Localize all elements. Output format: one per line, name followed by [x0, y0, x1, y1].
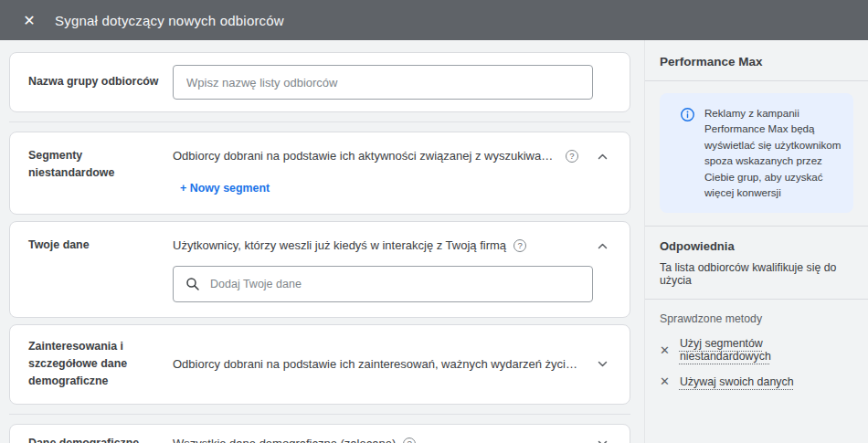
- method-use-custom-segments[interactable]: ✕ Użyj segmentów niestandardowych: [660, 337, 853, 363]
- help-icon[interactable]: ?: [566, 150, 578, 163]
- info-icon: [680, 107, 695, 126]
- section-divider: [9, 121, 630, 122]
- help-icon[interactable]: ?: [513, 239, 526, 252]
- audience-name-input[interactable]: [173, 65, 593, 100]
- custom-segments-label: Segmenty niestandardowe: [28, 147, 164, 182]
- custom-segments-description: Odbiorcy dobrani na podstawie ich aktywn…: [173, 148, 556, 164]
- section-divider: [9, 414, 630, 415]
- chevron-up-icon[interactable]: [593, 147, 611, 165]
- your-data-search-input[interactable]: [210, 278, 581, 290]
- method-use-your-data[interactable]: ✕ Używaj swoich danych: [660, 374, 853, 388]
- card-your-data: Twoje dane Użytkownicy, którzy weszli ju…: [9, 221, 630, 318]
- method-label[interactable]: Użyj segmentów niestandardowych: [680, 337, 853, 363]
- methods-title: Sprawdzone metody: [660, 300, 853, 325]
- card-interests-demographics: Zainteresowania i szczegółowe dane demog…: [9, 324, 630, 405]
- interests-demographics-label: Zainteresowania i szczegółowe dane demog…: [28, 338, 164, 391]
- method-label[interactable]: Używaj swoich danych: [680, 375, 794, 388]
- your-data-label: Twoje dane: [28, 237, 164, 254]
- help-icon[interactable]: ?: [403, 438, 416, 443]
- chevron-down-icon[interactable]: [593, 435, 611, 443]
- dismiss-x-icon[interactable]: ✕: [660, 374, 670, 388]
- chevron-down-icon[interactable]: [593, 355, 611, 374]
- sidebar-title: Performance Max: [660, 40, 853, 80]
- info-sidebar: Performance Max Reklamy z kampanii Perfo…: [644, 40, 868, 443]
- interests-demographics-description: Odbiorcy dobrani na podstawie ich zainte…: [173, 356, 578, 373]
- your-data-search[interactable]: [173, 266, 593, 302]
- your-data-description: Użytkownicy, którzy weszli już kiedyś w …: [173, 237, 506, 254]
- info-box-text: Reklamy z kampanii Performance Max będą …: [704, 105, 842, 200]
- search-icon: [185, 276, 201, 292]
- eligibility-title: Odpowiednia: [660, 227, 853, 253]
- card-audience-name: Nazwa grupy odbiorców: [9, 52, 630, 112]
- chevron-up-icon[interactable]: [593, 237, 611, 255]
- new-segment-link[interactable]: + Nowy segment: [180, 182, 270, 195]
- performance-max-info-box: Reklamy z kampanii Performance Max będą …: [660, 93, 853, 213]
- audience-name-label: Nazwa grupy odbiorców: [28, 73, 164, 90]
- card-demographics: Dane demograficzne Wszystkie dane demogr…: [9, 424, 630, 443]
- demographics-description: Wszystkie dane demograficzne (zalecane): [173, 436, 396, 443]
- eligibility-text: Ta lista odbiorców kwalifikuje się do uż…: [660, 253, 853, 299]
- dismiss-x-icon[interactable]: ✕: [660, 343, 670, 357]
- dialog-header: ✕ Sygnał dotyczący nowych odbiorców: [0, 0, 868, 40]
- demographics-label: Dane demograficzne: [28, 435, 164, 443]
- card-custom-segments: Segmenty niestandardowe Odbiorcy dobrani…: [9, 132, 630, 215]
- close-icon[interactable]: ✕: [16, 7, 42, 33]
- form-column: Nazwa grupy odbiorców Segmenty niestanda…: [0, 40, 644, 443]
- audience-signal-dialog: ✕ Sygnał dotyczący nowych odbiorców Nazw…: [0, 0, 868, 443]
- page-title: Sygnał dotyczący nowych odbiorców: [55, 13, 284, 28]
